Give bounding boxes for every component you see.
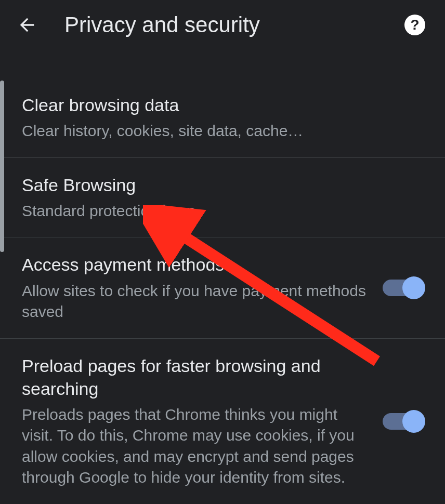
help-button[interactable]: ? <box>404 15 425 35</box>
toggle-thumb <box>402 410 425 433</box>
toggle-thumb <box>402 276 425 299</box>
payment-methods-toggle[interactable] <box>383 280 423 296</box>
item-text: Preload pages for faster browsing and se… <box>22 354 370 488</box>
item-subtitle: Clear history, cookies, site data, cache… <box>22 121 423 142</box>
item-title: Preload pages for faster browsing and se… <box>22 354 370 400</box>
back-button[interactable] <box>15 12 40 37</box>
item-subtitle: Allow sites to check if you have payment… <box>22 281 370 323</box>
preload-pages-toggle[interactable] <box>383 413 423 430</box>
arrow-back-icon <box>17 15 37 35</box>
header: Privacy and security ? <box>0 0 445 49</box>
preload-pages-item[interactable]: Preload pages for faster browsing and se… <box>0 339 445 504</box>
item-title: Clear browsing data <box>22 94 423 116</box>
access-payment-methods-item[interactable]: Access payment methods Allow sites to ch… <box>0 237 445 338</box>
safe-browsing-item[interactable]: Safe Browsing Standard protection is on <box>0 158 445 238</box>
clear-browsing-data-item[interactable]: Clear browsing data Clear history, cooki… <box>0 78 445 158</box>
item-subtitle: Standard protection is on <box>22 201 423 222</box>
item-text: Safe Browsing Standard protection is on <box>22 174 423 222</box>
item-title: Safe Browsing <box>22 174 423 196</box>
item-text: Access payment methods Allow sites to ch… <box>22 253 370 322</box>
item-text: Clear browsing data Clear history, cooki… <box>22 94 423 142</box>
item-title: Access payment methods <box>22 253 370 276</box>
settings-list: Clear browsing data Clear history, cooki… <box>0 49 445 504</box>
page-title: Privacy and security <box>64 12 404 37</box>
scroll-indicator[interactable] <box>0 81 4 252</box>
help-icon: ? <box>410 17 419 33</box>
item-subtitle: Preloads pages that Chrome thinks you mi… <box>22 404 370 488</box>
